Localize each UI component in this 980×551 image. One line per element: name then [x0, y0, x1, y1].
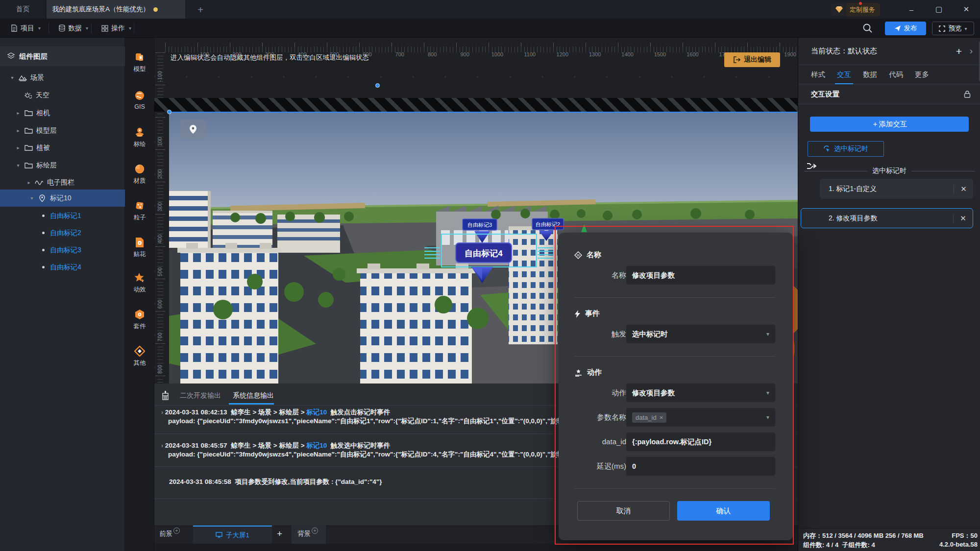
remove-interaction-icon[interactable]: ✕ — [954, 185, 973, 193]
clear-console-icon[interactable] — [161, 390, 170, 401]
trigger-field-label: 触发 — [579, 330, 626, 339]
log-link-marker10[interactable]: 标记10 — [306, 442, 327, 449]
asset-particle[interactable]: 粒子 — [125, 200, 154, 222]
asset-material[interactable]: 材质 — [125, 163, 154, 185]
asset-model[interactable]: 模型 — [125, 51, 154, 73]
tree-item-sky[interactable]: 天空 — [0, 87, 125, 104]
tab-home[interactable]: 首页 — [0, 0, 46, 19]
event-filter-button[interactable]: 选中标记时 — [808, 141, 884, 157]
console-tab-system[interactable]: 系统信息输出 — [227, 387, 280, 404]
tab-code[interactable]: 代码 — [889, 70, 903, 79]
asset-animation[interactable]: 动效 — [125, 272, 154, 294]
foreground-button[interactable]: 前景+ — [159, 529, 180, 538]
exit-icon — [733, 56, 740, 63]
asset-kit[interactable]: 套件 — [125, 309, 154, 331]
version-label: 4.2.0-beta.58 — [939, 541, 978, 550]
tree-item-vegetation[interactable]: ▸ 植被 — [0, 139, 125, 156]
fps-value: 50 — [971, 532, 978, 539]
ruler-label: 800 — [425, 51, 440, 57]
new-tab-button[interactable]: + — [194, 3, 207, 16]
tree-item-free-marker3[interactable]: 自由标记3 — [0, 241, 125, 259]
interaction-settings-header: 交互设置 — [798, 84, 980, 104]
name-input[interactable]: 修改项目参数 — [626, 266, 775, 285]
notification-dot — [859, 2, 862, 5]
exit-edit-label: 退出编辑 — [744, 55, 771, 64]
delay-input[interactable]: 0 — [626, 457, 775, 476]
asset-strip — [125, 38, 154, 551]
asset-other[interactable]: 其他 — [125, 345, 154, 367]
add-foreground-icon[interactable]: + — [173, 527, 180, 534]
tree-item-marker10[interactable]: ▾ 标记10 — [0, 190, 125, 207]
state-expand-chevron[interactable]: › — [970, 46, 973, 56]
remove-interaction-icon[interactable]: ✕ — [953, 214, 973, 223]
param-select[interactable]: data_id× ▾ — [626, 408, 775, 427]
screen-top-handle[interactable] — [375, 83, 380, 88]
action-select[interactable]: 修改项目参数▾ — [626, 383, 775, 402]
asset-decal[interactable]: 贴花 — [125, 237, 154, 259]
layer-panel-header: 组件图层 — [0, 47, 125, 66]
folder-icon — [24, 109, 33, 118]
fullscreen-icon — [939, 25, 945, 32]
add-background-icon[interactable]: + — [312, 527, 318, 534]
data-id-input[interactable]: {:payload.row.标记点ID} — [626, 432, 775, 451]
chevron-down-icon: ▾ — [766, 331, 769, 337]
ruler-label: 1400 — [620, 51, 635, 57]
tree-item-model-layer[interactable]: ▸ 模型层 — [0, 122, 125, 139]
background-button[interactable]: 背景+ — [297, 529, 318, 538]
search-icon[interactable] — [862, 23, 873, 33]
tree-item-camera[interactable]: ▸ 相机 — [0, 104, 125, 121]
tab-style[interactable]: 样式 — [811, 70, 825, 79]
building-right-tower — [509, 226, 558, 344]
interaction-card-2[interactable]: 2. 修改项目参数 ✕ — [801, 208, 973, 228]
place-marker-button[interactable] — [180, 120, 206, 139]
tree-item-free-marker2[interactable]: 自由标记2 — [0, 224, 125, 241]
tag-close-icon[interactable]: × — [660, 414, 663, 421]
building-far-left — [169, 191, 211, 248]
asset-plot[interactable]: 标绘 — [125, 126, 154, 148]
add-screen-button[interactable]: + — [277, 528, 282, 539]
ruler-label: 1300 — [588, 51, 602, 57]
trigger-select[interactable]: 选中标记时▾ — [626, 325, 775, 343]
tree-item-efence[interactable]: ▸ 电子围栏 — [0, 174, 125, 191]
maximize-button[interactable]: ▢ — [925, 0, 953, 19]
menu-operate[interactable]: 操作▾ — [95, 19, 138, 38]
exit-edit-button[interactable]: 退出编辑 — [724, 52, 780, 67]
grid-icon — [101, 25, 108, 32]
tree-item-free-marker1[interactable]: 自由标记1 — [0, 207, 125, 224]
menu-project[interactable]: 项目▾ — [4, 19, 48, 38]
add-state-button[interactable]: + — [956, 46, 962, 57]
tab-more[interactable]: 更多 — [915, 70, 929, 79]
building-foreground-center — [357, 264, 475, 383]
tree-item-free-marker4[interactable]: 自由标记4 — [0, 259, 125, 276]
publish-button[interactable]: 发布 — [885, 22, 926, 35]
tree-item-scene[interactable]: ▾ 场景 — [0, 69, 125, 86]
delay-field-label: 延迟(ms) — [579, 462, 626, 471]
asset-gis[interactable]: GIS — [125, 90, 154, 110]
ruler-label: 300 — [157, 198, 163, 215]
log-link-marker10[interactable]: 标记10 — [306, 408, 327, 416]
add-interaction-button[interactable]: ＋添加交互 — [810, 117, 969, 132]
tab-document[interactable]: 我的建筑底座场景A（性能优先） — [47, 0, 185, 19]
minimize-button[interactable]: – — [898, 0, 925, 19]
interaction-card-1[interactable]: 1. 标记1-自定义 ✕ — [820, 179, 973, 199]
event-section-header: 事件 — [574, 309, 600, 318]
screen-tab-active[interactable]: 子大屏1 — [193, 526, 272, 544]
preview-button[interactable]: 预览 ▾ — [932, 22, 974, 35]
close-button[interactable]: ✕ — [953, 0, 980, 19]
menu-data[interactable]: 数据▾ — [52, 19, 95, 38]
sub-component-count: 子组件数: 4 — [842, 541, 875, 549]
console-tab-dev[interactable]: 二次开发输出 — [174, 387, 227, 404]
lock-icon[interactable] — [964, 90, 971, 98]
tree-item-plot-layer[interactable]: ▾ 标绘层 — [0, 157, 125, 174]
custom-service-badge[interactable]: 定制服务 — [832, 3, 880, 16]
param-tag[interactable]: data_id× — [632, 412, 666, 423]
confirm-button[interactable]: 确认 — [677, 501, 770, 521]
screen-corner-handle[interactable] — [167, 110, 172, 114]
screen-top-edge — [169, 112, 798, 113]
menu-data-label: 数据 — [68, 24, 82, 33]
layers-icon — [7, 52, 15, 60]
tab-data[interactable]: 数据 — [863, 70, 877, 79]
tab-interaction[interactable]: 交互 — [837, 70, 851, 79]
model-icon — [134, 51, 146, 63]
cancel-button[interactable]: 取消 — [577, 501, 670, 521]
